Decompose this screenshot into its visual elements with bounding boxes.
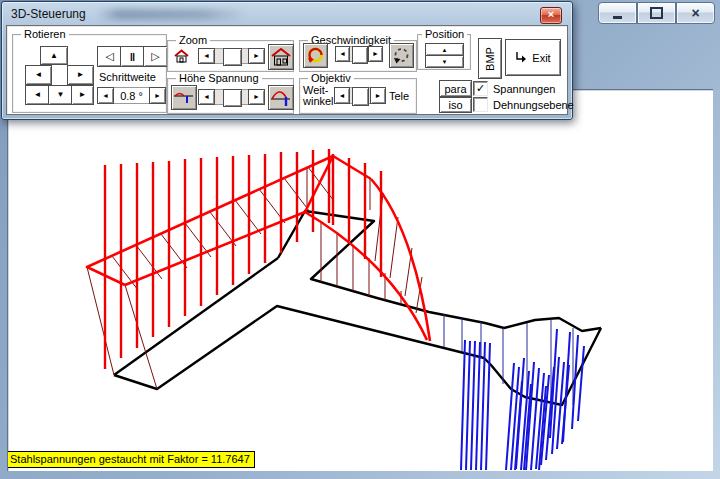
bmp-button[interactable]: BMP — [478, 38, 502, 79]
weitwinkel-label: Weit- winkel — [303, 85, 333, 107]
dialog-3d-steuerung: 3D-Steuerung × Rotieren ▲ ◄ ► ◄ ▼ ► ◁ ‖ … — [1, 1, 573, 120]
group-rotieren: Rotieren ▲ ◄ ► ◄ ▼ ► ◁ ‖ ▷ Schrittweite … — [12, 34, 167, 113]
zoom-scroll-thumb[interactable] — [223, 48, 242, 66]
spannungen-checkbox-label: Spannungen — [493, 83, 555, 95]
rotate-left-button[interactable]: ◄ — [25, 65, 52, 85]
arrow-right-icon: ► — [375, 92, 382, 100]
arrow-left-icon: ◄ — [339, 50, 346, 58]
speed-scroll-right-button[interactable]: ► — [368, 46, 383, 62]
spannung-height-min-button[interactable] — [171, 85, 197, 110]
objektiv-scroll-right-button[interactable]: ► — [370, 87, 386, 104]
spannung-scroll-right-button[interactable]: ► — [248, 89, 265, 105]
schrittweite-decrease-button[interactable]: ◄ — [97, 87, 114, 104]
arrow-right-icon: ► — [77, 71, 85, 79]
objektiv-scroll-thumb[interactable] — [352, 87, 369, 106]
group-zoom-label: Zoom — [176, 34, 210, 46]
arrow-right-icon: ► — [253, 52, 260, 60]
schrittweite-increase-button[interactable]: ► — [149, 87, 166, 104]
3d-viewport: Stahlspannungen gestaucht mit Faktor = 1… — [7, 89, 713, 471]
animate-pause-button[interactable]: ‖ — [120, 46, 145, 67]
maximize-button[interactable] — [637, 2, 676, 24]
wireframe-drawing — [7, 89, 713, 471]
speed-scroll-thumb[interactable] — [352, 46, 368, 64]
spannung-scroll-track[interactable] — [215, 89, 248, 105]
large-stress-curve-icon — [271, 88, 291, 107]
play-forward-icon: ▷ — [151, 50, 159, 63]
zoom-scroll-left-button[interactable]: ◄ — [198, 48, 215, 64]
dialog-close-button[interactable]: × — [540, 7, 562, 24]
exit-button[interactable]: Exit — [505, 39, 561, 76]
zoom-in-house-icon — [271, 48, 291, 66]
zoom-out-house-icon[interactable] — [173, 49, 190, 63]
check-icon: ✓ — [476, 82, 485, 94]
arrow-right-icon: ► — [253, 93, 260, 101]
rotate-down-button[interactable]: ▼ — [48, 85, 73, 105]
group-geschwindigkeit: Geschwindigkeit ◄ ► — [299, 40, 417, 72]
spannung-scroll-thumb[interactable] — [223, 89, 242, 107]
iso-button[interactable]: iso — [439, 97, 472, 113]
zoom-in-house-button[interactable] — [268, 44, 294, 70]
group-zoom: Zoom ◄ ► — [167, 40, 294, 72]
spannung-scroll-left-button[interactable]: ◄ — [198, 89, 215, 105]
para-button[interactable]: para — [439, 80, 472, 97]
dehnungsebene-checkbox-row: Dehnungsebene — [473, 97, 574, 112]
arrow-right-icon: ► — [154, 92, 161, 100]
speed-fast-button[interactable] — [303, 43, 328, 68]
spannung-height-max-button[interactable] — [268, 85, 294, 110]
schrittweite-stepper: ◄ 0.8 ° ► — [97, 87, 166, 104]
arrow-down-icon: ▼ — [442, 58, 448, 66]
spannungen-checkbox-row: ✓ Spannungen — [473, 81, 555, 96]
speed-scroll-track[interactable] — [350, 46, 368, 62]
objektiv-scroll-track[interactable] — [350, 87, 370, 104]
pause-icon: ‖ — [130, 51, 135, 63]
dialog-client-area: Rotieren ▲ ◄ ► ◄ ▼ ► ◁ ‖ ▷ Schrittweite … — [6, 25, 568, 115]
speed-scroll-left-button[interactable]: ◄ — [335, 46, 350, 62]
titlebar-glass-reflection — [97, 9, 247, 20]
position-down-button[interactable]: ▼ — [425, 55, 464, 68]
maximize-icon — [650, 7, 663, 19]
exit-button-label: Exit — [532, 52, 550, 64]
animate-back-button[interactable]: ◁ — [97, 46, 122, 67]
dehnungsebene-checkbox[interactable] — [473, 97, 488, 112]
arrow-left-icon: ◄ — [339, 92, 346, 100]
arrow-left-icon: ◄ — [203, 52, 210, 60]
iso-button-label: iso — [448, 99, 462, 111]
dialog-title: 3D-Steuerung — [11, 7, 86, 21]
objektiv-scroll-left-button[interactable]: ◄ — [334, 87, 350, 104]
status-badge: Stahlspannungen gestaucht mit Faktor = 1… — [7, 451, 255, 468]
window-caption-buttons: × — [598, 2, 715, 24]
fast-rotation-icon — [306, 46, 325, 65]
arrow-left-icon: ◄ — [102, 92, 109, 100]
group-rotieren-label: Rotieren — [21, 28, 69, 40]
rotate-down-right-button[interactable]: ► — [71, 85, 94, 105]
compression-ordinates — [461, 329, 584, 470]
zoom-scrollbar: ◄ ► — [198, 48, 265, 64]
spannungen-checkbox[interactable]: ✓ — [473, 81, 488, 96]
close-button[interactable]: × — [676, 2, 715, 24]
group-position: Position ▲ ▼ — [417, 34, 471, 70]
rotate-up-button[interactable]: ▲ — [40, 46, 68, 65]
speed-slow-button[interactable] — [389, 43, 414, 68]
rotate-down-left-button[interactable]: ◄ — [25, 85, 50, 105]
bmp-button-label: BMP — [484, 47, 496, 71]
zoom-scroll-right-button[interactable]: ► — [248, 48, 265, 64]
arrow-right-icon: ► — [372, 50, 379, 58]
slow-rotation-icon — [392, 46, 411, 65]
arrow-up-icon: ▲ — [442, 46, 448, 54]
arrow-left-icon: ◄ — [34, 91, 42, 99]
rotate-right-button[interactable]: ► — [67, 65, 94, 85]
zoom-scroll-track[interactable] — [215, 48, 248, 64]
schrittweite-label: Schrittweite — [99, 71, 156, 83]
dehnungsebene-checkbox-label: Dehnungsebene — [493, 99, 574, 111]
close-icon: × — [691, 6, 699, 20]
play-back-icon: ◁ — [105, 50, 113, 63]
minimize-button[interactable] — [598, 2, 637, 24]
screen: { "window": { "caption": {"minimize": "m… — [0, 0, 720, 479]
animate-forward-button[interactable]: ▷ — [143, 46, 168, 67]
group-hoehe-spannung-label: Höhe Spannung — [176, 72, 262, 84]
group-objektiv: Objektiv Weit- winkel ◄ ► Tele — [299, 78, 417, 114]
group-objektiv-label: Objektiv — [308, 72, 354, 84]
exit-arrow-icon — [515, 52, 527, 63]
group-hoehe-spannung: Höhe Spannung ◄ ► — [167, 78, 294, 114]
arrow-left-icon: ◄ — [203, 93, 210, 101]
